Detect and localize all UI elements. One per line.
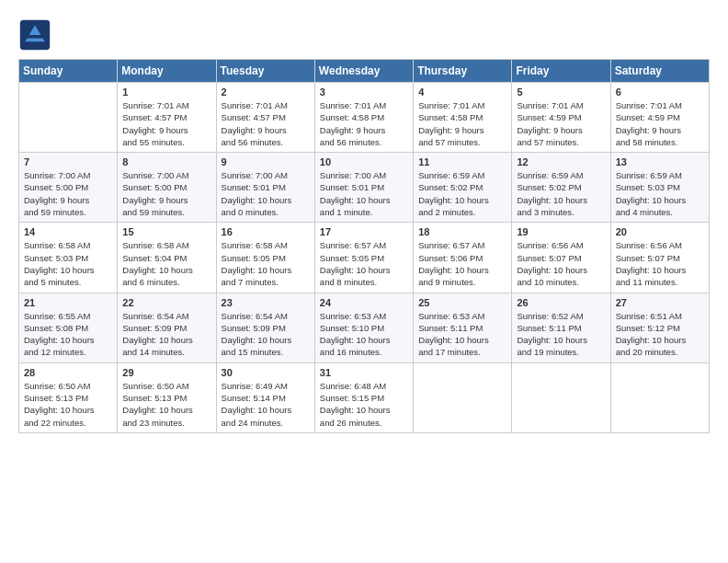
- calendar-cell: 25Sunrise: 6:53 AM Sunset: 5:11 PM Dayli…: [414, 293, 512, 362]
- day-number: 30: [222, 367, 310, 378]
- day-info: Sunrise: 6:57 AM Sunset: 5:06 PM Dayligh…: [418, 239, 506, 288]
- calendar-cell: 28Sunrise: 6:50 AM Sunset: 5:13 PM Dayli…: [19, 362, 118, 432]
- day-info: Sunrise: 7:00 AM Sunset: 5:01 PM Dayligh…: [320, 169, 408, 218]
- col-header-saturday: Saturday: [610, 60, 709, 83]
- calendar-cell: 10Sunrise: 7:00 AM Sunset: 5:01 PM Dayli…: [314, 153, 413, 223]
- calendar-cell: 23Sunrise: 6:54 AM Sunset: 5:09 PM Dayli…: [216, 293, 314, 362]
- day-info: Sunrise: 7:01 AM Sunset: 4:57 PM Dayligh…: [122, 99, 210, 148]
- calendar-cell: [19, 83, 118, 153]
- logo: [18, 18, 57, 52]
- day-number: 17: [320, 226, 408, 237]
- day-info: Sunrise: 6:58 AM Sunset: 5:05 PM Dayligh…: [222, 239, 310, 288]
- col-header-friday: Friday: [512, 60, 610, 83]
- day-info: Sunrise: 6:54 AM Sunset: 5:09 PM Dayligh…: [222, 310, 310, 359]
- calendar-cell: 13Sunrise: 6:59 AM Sunset: 5:03 PM Dayli…: [610, 153, 709, 223]
- day-number: 28: [24, 367, 112, 378]
- day-number: 21: [24, 297, 112, 308]
- calendar-cell: 1Sunrise: 7:01 AM Sunset: 4:57 PM Daylig…: [118, 83, 216, 153]
- day-number: 12: [517, 156, 605, 167]
- calendar-cell: 8Sunrise: 7:00 AM Sunset: 5:00 PM Daylig…: [118, 153, 216, 223]
- calendar-cell: 15Sunrise: 6:58 AM Sunset: 5:04 PM Dayli…: [118, 223, 216, 293]
- day-info: Sunrise: 6:54 AM Sunset: 5:09 PM Dayligh…: [122, 310, 210, 359]
- calendar-cell: 18Sunrise: 6:57 AM Sunset: 5:06 PM Dayli…: [414, 223, 512, 293]
- day-number: 29: [122, 367, 210, 378]
- calendar-cell: 2Sunrise: 7:01 AM Sunset: 4:57 PM Daylig…: [216, 83, 314, 153]
- calendar-cell: 12Sunrise: 6:59 AM Sunset: 5:02 PM Dayli…: [512, 153, 610, 223]
- calendar-cell: 6Sunrise: 7:01 AM Sunset: 4:59 PM Daylig…: [610, 83, 709, 153]
- calendar-cell: 22Sunrise: 6:54 AM Sunset: 5:09 PM Dayli…: [118, 293, 216, 362]
- day-info: Sunrise: 7:01 AM Sunset: 4:59 PM Dayligh…: [616, 99, 704, 148]
- day-number: 10: [320, 156, 408, 167]
- day-number: 25: [418, 297, 506, 308]
- day-info: Sunrise: 7:01 AM Sunset: 4:59 PM Dayligh…: [517, 99, 605, 148]
- col-header-sunday: Sunday: [19, 60, 118, 83]
- calendar-cell: [414, 362, 512, 432]
- calendar-week-4: 21Sunrise: 6:55 AM Sunset: 5:08 PM Dayli…: [19, 293, 710, 362]
- day-number: 6: [616, 86, 704, 98]
- day-info: Sunrise: 7:01 AM Sunset: 4:58 PM Dayligh…: [320, 99, 408, 148]
- col-header-thursday: Thursday: [414, 60, 512, 83]
- day-number: 24: [320, 297, 408, 308]
- day-info: Sunrise: 7:00 AM Sunset: 5:00 PM Dayligh…: [122, 169, 210, 218]
- day-number: 4: [418, 86, 506, 98]
- calendar-cell: 20Sunrise: 6:56 AM Sunset: 5:07 PM Dayli…: [610, 223, 709, 293]
- day-info: Sunrise: 6:50 AM Sunset: 5:13 PM Dayligh…: [122, 380, 210, 429]
- calendar-cell: 17Sunrise: 6:57 AM Sunset: 5:05 PM Dayli…: [314, 223, 413, 293]
- calendar-week-2: 7Sunrise: 7:00 AM Sunset: 5:00 PM Daylig…: [19, 153, 710, 223]
- day-info: Sunrise: 6:58 AM Sunset: 5:04 PM Dayligh…: [122, 239, 210, 288]
- day-number: 8: [122, 156, 210, 167]
- col-header-wednesday: Wednesday: [314, 60, 413, 83]
- day-number: 18: [418, 226, 506, 237]
- day-info: Sunrise: 6:48 AM Sunset: 5:15 PM Dayligh…: [320, 380, 408, 429]
- day-info: Sunrise: 7:01 AM Sunset: 4:58 PM Dayligh…: [418, 99, 506, 148]
- day-number: 23: [222, 297, 310, 308]
- day-number: 20: [616, 226, 704, 237]
- calendar-header-row: SundayMondayTuesdayWednesdayThursdayFrid…: [19, 60, 710, 83]
- calendar: SundayMondayTuesdayWednesdayThursdayFrid…: [18, 59, 710, 433]
- calendar-cell: 7Sunrise: 7:00 AM Sunset: 5:00 PM Daylig…: [19, 153, 118, 223]
- day-number: 9: [222, 156, 310, 167]
- day-info: Sunrise: 6:53 AM Sunset: 5:11 PM Dayligh…: [418, 310, 506, 359]
- col-header-monday: Monday: [118, 60, 216, 83]
- day-info: Sunrise: 6:52 AM Sunset: 5:11 PM Dayligh…: [517, 310, 605, 359]
- day-number: 2: [222, 86, 310, 98]
- day-info: Sunrise: 6:55 AM Sunset: 5:08 PM Dayligh…: [24, 310, 112, 359]
- calendar-cell: 9Sunrise: 7:00 AM Sunset: 5:01 PM Daylig…: [216, 153, 314, 223]
- day-info: Sunrise: 6:58 AM Sunset: 5:03 PM Dayligh…: [24, 239, 112, 288]
- calendar-cell: 31Sunrise: 6:48 AM Sunset: 5:15 PM Dayli…: [314, 362, 413, 432]
- svg-rect-2: [27, 35, 43, 39]
- day-number: 16: [222, 226, 310, 237]
- calendar-cell: 11Sunrise: 6:59 AM Sunset: 5:02 PM Dayli…: [414, 153, 512, 223]
- day-number: 31: [320, 367, 408, 378]
- calendar-week-5: 28Sunrise: 6:50 AM Sunset: 5:13 PM Dayli…: [19, 362, 710, 432]
- day-number: 5: [517, 86, 605, 98]
- calendar-cell: 19Sunrise: 6:56 AM Sunset: 5:07 PM Dayli…: [512, 223, 610, 293]
- day-number: 11: [418, 156, 506, 167]
- calendar-cell: 29Sunrise: 6:50 AM Sunset: 5:13 PM Dayli…: [118, 362, 216, 432]
- day-number: 3: [320, 86, 408, 98]
- calendar-week-1: 1Sunrise: 7:01 AM Sunset: 4:57 PM Daylig…: [19, 83, 710, 153]
- day-number: 1: [122, 86, 210, 98]
- day-info: Sunrise: 6:50 AM Sunset: 5:13 PM Dayligh…: [24, 380, 112, 429]
- day-number: 27: [616, 297, 704, 308]
- day-number: 22: [122, 297, 210, 308]
- day-info: Sunrise: 7:00 AM Sunset: 5:00 PM Dayligh…: [24, 169, 112, 218]
- page-header: [18, 18, 710, 52]
- calendar-cell: 5Sunrise: 7:01 AM Sunset: 4:59 PM Daylig…: [512, 83, 610, 153]
- calendar-cell: [610, 362, 709, 432]
- day-number: 15: [122, 226, 210, 237]
- col-header-tuesday: Tuesday: [216, 60, 314, 83]
- calendar-cell: 4Sunrise: 7:01 AM Sunset: 4:58 PM Daylig…: [414, 83, 512, 153]
- day-number: 7: [24, 156, 112, 167]
- day-info: Sunrise: 7:01 AM Sunset: 4:57 PM Dayligh…: [222, 99, 310, 148]
- day-info: Sunrise: 6:56 AM Sunset: 5:07 PM Dayligh…: [517, 239, 605, 288]
- calendar-cell: [512, 362, 610, 432]
- calendar-week-3: 14Sunrise: 6:58 AM Sunset: 5:03 PM Dayli…: [19, 223, 710, 293]
- day-info: Sunrise: 6:49 AM Sunset: 5:14 PM Dayligh…: [222, 380, 310, 429]
- calendar-cell: 21Sunrise: 6:55 AM Sunset: 5:08 PM Dayli…: [19, 293, 118, 362]
- day-info: Sunrise: 6:57 AM Sunset: 5:05 PM Dayligh…: [320, 239, 408, 288]
- day-info: Sunrise: 6:56 AM Sunset: 5:07 PM Dayligh…: [616, 239, 704, 288]
- day-number: 14: [24, 226, 112, 237]
- calendar-cell: 24Sunrise: 6:53 AM Sunset: 5:10 PM Dayli…: [314, 293, 413, 362]
- day-info: Sunrise: 6:51 AM Sunset: 5:12 PM Dayligh…: [616, 310, 704, 359]
